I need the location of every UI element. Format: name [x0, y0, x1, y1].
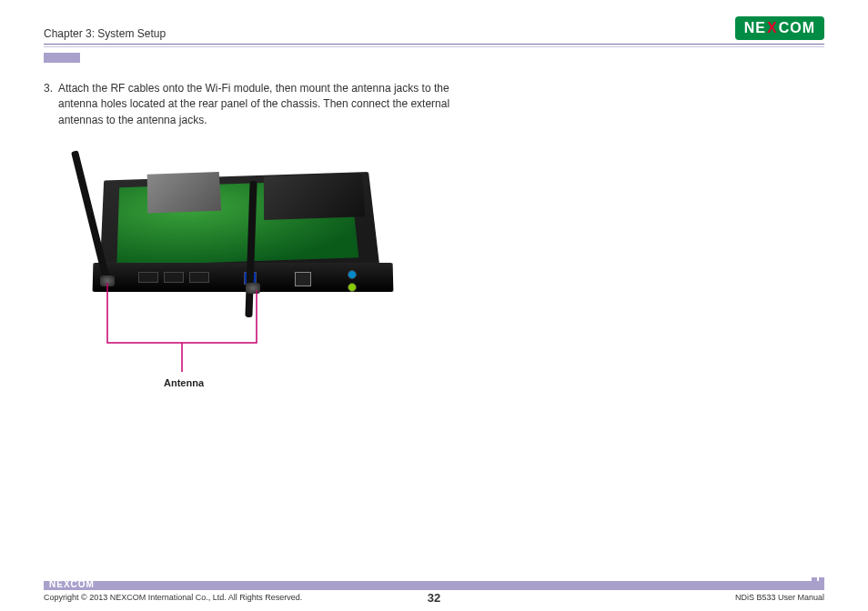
- figure-board-with-antennas: Antenna: [66, 145, 448, 417]
- page-header: Chapter 3: System Setup NEXCOM: [0, 0, 868, 44]
- step-text: Attach the RF cables onto the Wi-Fi modu…: [58, 81, 480, 128]
- board-illustration: [66, 145, 384, 317]
- footer-logo-post: COM: [71, 579, 95, 589]
- ethernet-port-icon: [295, 272, 311, 286]
- section-tab-marker: [44, 53, 80, 63]
- footer-decor-squares-icon: [812, 577, 824, 590]
- antenna-jack-right-icon: [246, 283, 260, 294]
- brand-logo: NEXCOM: [735, 16, 824, 40]
- header-divider: [44, 44, 824, 45]
- storage-drive: [264, 174, 366, 220]
- logo-text-x: X: [767, 20, 778, 36]
- instruction-step: 3. Attach the RF cables onto the Wi-Fi m…: [44, 81, 480, 128]
- copyright-text: Copyright © 2013 NEXCOM International Co…: [44, 593, 302, 602]
- hdmi-port-icon: [164, 272, 184, 283]
- page-footer: NEXCOM Copyright © 2013 NEXCOM Internati…: [0, 581, 868, 611]
- footer-logo-pre: NE: [49, 579, 64, 589]
- page-content: 3. Attach the RF cables onto the Wi-Fi m…: [0, 63, 868, 417]
- antenna-jack-left-icon: [100, 275, 115, 286]
- logo-text-post: COM: [779, 20, 815, 36]
- hdmi-port-icon: [189, 272, 209, 283]
- header-subdivider: [44, 46, 824, 47]
- page-number: 32: [428, 591, 440, 605]
- document-reference: NDiS B533 User Manual: [735, 593, 824, 602]
- callout-label-antenna: Antenna: [164, 377, 204, 388]
- footer-logo-x: X: [64, 579, 71, 589]
- chapter-title: Chapter 3: System Setup: [44, 27, 166, 40]
- footer-info-line: Copyright © 2013 NEXCOM International Co…: [44, 593, 824, 602]
- footer-bar: NEXCOM: [44, 581, 824, 590]
- footer-brand-logo: NEXCOM: [49, 579, 95, 589]
- step-number: 3.: [44, 81, 53, 128]
- cpu-heatsink: [147, 172, 222, 213]
- hdmi-port-icon: [138, 272, 158, 283]
- logo-text-pre: NE: [744, 20, 766, 36]
